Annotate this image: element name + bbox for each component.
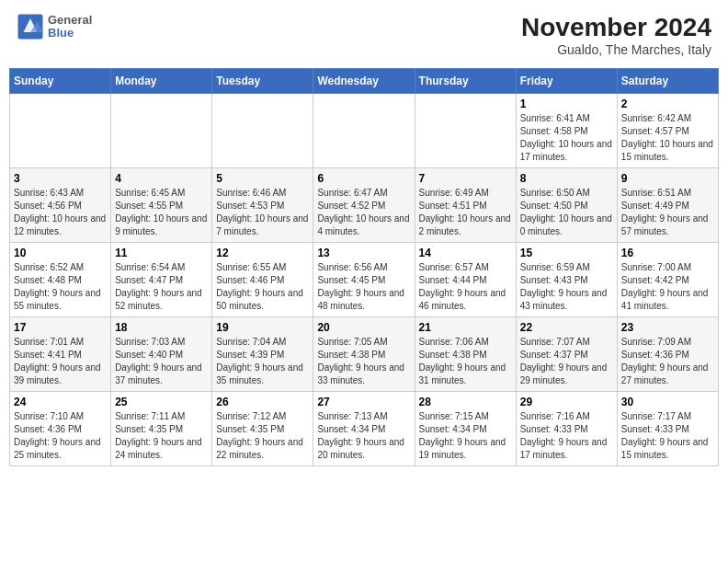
calendar-cell: 17Sunrise: 7:01 AM Sunset: 4:41 PM Dayli… (10, 317, 111, 392)
day-number: 14 (419, 247, 512, 259)
calendar-week-row: 24Sunrise: 7:10 AM Sunset: 4:36 PM Dayli… (10, 392, 719, 466)
day-info: Sunrise: 7:15 AM Sunset: 4:34 PM Dayligh… (419, 410, 512, 462)
calendar-table: SundayMondayTuesdayWednesdayThursdayFrid… (9, 68, 719, 466)
weekday-header: Saturday (617, 69, 718, 94)
day-number: 19 (216, 321, 309, 334)
weekday-header: Thursday (415, 69, 516, 94)
weekday-header: Friday (516, 69, 617, 94)
day-number: 7 (419, 172, 512, 185)
day-number: 20 (317, 321, 410, 334)
calendar-cell: 8Sunrise: 6:50 AM Sunset: 4:50 PM Daylig… (516, 168, 617, 243)
logo-general: General (48, 14, 92, 27)
calendar-week-row: 1Sunrise: 6:41 AM Sunset: 4:58 PM Daylig… (10, 94, 719, 168)
day-number: 16 (621, 247, 714, 259)
calendar-cell: 4Sunrise: 6:45 AM Sunset: 4:55 PM Daylig… (111, 168, 212, 243)
day-info: Sunrise: 7:10 AM Sunset: 4:36 PM Dayligh… (14, 410, 107, 462)
day-info: Sunrise: 6:57 AM Sunset: 4:44 PM Dayligh… (419, 261, 512, 313)
calendar-cell (313, 94, 415, 168)
calendar-cell: 12Sunrise: 6:55 AM Sunset: 4:46 PM Dayli… (212, 243, 313, 317)
day-number: 28 (419, 396, 512, 408)
calendar-cell: 10Sunrise: 6:52 AM Sunset: 4:48 PM Dayli… (10, 243, 111, 317)
weekday-header: Wednesday (313, 69, 415, 94)
logo-blue: Blue (48, 27, 92, 40)
calendar-cell (111, 94, 212, 168)
calendar-cell: 29Sunrise: 7:16 AM Sunset: 4:33 PM Dayli… (516, 392, 617, 466)
weekday-header: Tuesday (212, 69, 313, 94)
calendar-cell: 13Sunrise: 6:56 AM Sunset: 4:45 PM Dayli… (313, 243, 415, 317)
day-number: 8 (520, 172, 613, 185)
calendar-cell: 23Sunrise: 7:09 AM Sunset: 4:36 PM Dayli… (617, 317, 718, 392)
calendar-body: 1Sunrise: 6:41 AM Sunset: 4:58 PM Daylig… (10, 94, 719, 466)
day-info: Sunrise: 7:11 AM Sunset: 4:35 PM Dayligh… (115, 410, 208, 462)
calendar-cell: 21Sunrise: 7:06 AM Sunset: 4:38 PM Dayli… (415, 317, 516, 392)
calendar-cell (212, 94, 313, 168)
day-number: 24 (14, 396, 107, 408)
day-info: Sunrise: 6:49 AM Sunset: 4:51 PM Dayligh… (419, 187, 512, 238)
calendar-cell: 18Sunrise: 7:03 AM Sunset: 4:40 PM Dayli… (111, 317, 212, 392)
day-info: Sunrise: 6:51 AM Sunset: 4:49 PM Dayligh… (621, 187, 714, 238)
day-info: Sunrise: 6:50 AM Sunset: 4:50 PM Dayligh… (520, 187, 613, 238)
calendar-header: SundayMondayTuesdayWednesdayThursdayFrid… (10, 69, 719, 94)
calendar-cell (415, 94, 516, 168)
day-info: Sunrise: 7:00 AM Sunset: 4:42 PM Dayligh… (621, 261, 714, 313)
month-title: November 2024 (521, 13, 711, 42)
day-number: 10 (14, 247, 107, 259)
calendar-cell: 20Sunrise: 7:05 AM Sunset: 4:38 PM Dayli… (313, 317, 415, 392)
page-header: General Blue November 2024 Gualdo, The M… (9, 9, 719, 61)
day-number: 5 (216, 172, 309, 185)
day-info: Sunrise: 6:41 AM Sunset: 4:58 PM Dayligh… (520, 112, 613, 164)
calendar-cell: 1Sunrise: 6:41 AM Sunset: 4:58 PM Daylig… (516, 94, 617, 168)
logo-text: General Blue (48, 14, 92, 40)
day-number: 6 (317, 172, 410, 185)
day-info: Sunrise: 7:06 AM Sunset: 4:38 PM Dayligh… (419, 336, 512, 387)
day-number: 30 (621, 396, 714, 408)
day-info: Sunrise: 6:46 AM Sunset: 4:53 PM Dayligh… (216, 187, 309, 238)
day-info: Sunrise: 6:43 AM Sunset: 4:56 PM Dayligh… (14, 187, 107, 238)
calendar-cell: 25Sunrise: 7:11 AM Sunset: 4:35 PM Dayli… (111, 392, 212, 466)
day-info: Sunrise: 6:47 AM Sunset: 4:52 PM Dayligh… (317, 187, 410, 238)
calendar-week-row: 10Sunrise: 6:52 AM Sunset: 4:48 PM Dayli… (10, 243, 719, 317)
day-info: Sunrise: 7:05 AM Sunset: 4:38 PM Dayligh… (317, 336, 410, 387)
logo: General Blue (17, 13, 92, 40)
day-info: Sunrise: 6:52 AM Sunset: 4:48 PM Dayligh… (14, 261, 107, 313)
weekday-header: Sunday (10, 69, 111, 94)
calendar-cell: 26Sunrise: 7:12 AM Sunset: 4:35 PM Dayli… (212, 392, 313, 466)
calendar-cell: 6Sunrise: 6:47 AM Sunset: 4:52 PM Daylig… (313, 168, 415, 243)
calendar-cell: 30Sunrise: 7:17 AM Sunset: 4:33 PM Dayli… (617, 392, 718, 466)
calendar-cell: 15Sunrise: 6:59 AM Sunset: 4:43 PM Dayli… (516, 243, 617, 317)
calendar-cell: 9Sunrise: 6:51 AM Sunset: 4:49 PM Daylig… (617, 168, 718, 243)
calendar-cell: 27Sunrise: 7:13 AM Sunset: 4:34 PM Dayli… (313, 392, 415, 466)
day-number: 26 (216, 396, 309, 408)
day-info: Sunrise: 7:13 AM Sunset: 4:34 PM Dayligh… (317, 410, 410, 462)
day-info: Sunrise: 6:42 AM Sunset: 4:57 PM Dayligh… (621, 112, 714, 164)
day-number: 18 (115, 321, 208, 334)
day-number: 29 (520, 396, 613, 408)
logo-icon (17, 13, 44, 40)
day-number: 17 (14, 321, 107, 334)
calendar-week-row: 17Sunrise: 7:01 AM Sunset: 4:41 PM Dayli… (10, 317, 719, 392)
day-info: Sunrise: 7:17 AM Sunset: 4:33 PM Dayligh… (621, 410, 714, 462)
day-info: Sunrise: 6:59 AM Sunset: 4:43 PM Dayligh… (520, 261, 613, 313)
calendar-cell: 28Sunrise: 7:15 AM Sunset: 4:34 PM Dayli… (415, 392, 516, 466)
day-number: 22 (520, 321, 613, 334)
day-info: Sunrise: 7:03 AM Sunset: 4:40 PM Dayligh… (115, 336, 208, 387)
weekday-row: SundayMondayTuesdayWednesdayThursdayFrid… (10, 69, 719, 94)
day-number: 3 (14, 172, 107, 185)
day-number: 12 (216, 247, 309, 259)
calendar-cell: 5Sunrise: 6:46 AM Sunset: 4:53 PM Daylig… (212, 168, 313, 243)
calendar-cell: 7Sunrise: 6:49 AM Sunset: 4:51 PM Daylig… (415, 168, 516, 243)
day-info: Sunrise: 7:04 AM Sunset: 4:39 PM Dayligh… (216, 336, 309, 387)
day-number: 23 (621, 321, 714, 334)
day-number: 21 (419, 321, 512, 334)
day-number: 4 (115, 172, 208, 185)
day-info: Sunrise: 7:07 AM Sunset: 4:37 PM Dayligh… (520, 336, 613, 387)
calendar-cell: 19Sunrise: 7:04 AM Sunset: 4:39 PM Dayli… (212, 317, 313, 392)
weekday-header: Monday (111, 69, 212, 94)
calendar-cell (10, 94, 111, 168)
day-number: 1 (520, 98, 613, 110)
calendar-cell: 24Sunrise: 7:10 AM Sunset: 4:36 PM Dayli… (10, 392, 111, 466)
day-info: Sunrise: 7:09 AM Sunset: 4:36 PM Dayligh… (621, 336, 714, 387)
calendar-cell: 11Sunrise: 6:54 AM Sunset: 4:47 PM Dayli… (111, 243, 212, 317)
calendar-cell: 3Sunrise: 6:43 AM Sunset: 4:56 PM Daylig… (10, 168, 111, 243)
day-info: Sunrise: 6:54 AM Sunset: 4:47 PM Dayligh… (115, 261, 208, 313)
